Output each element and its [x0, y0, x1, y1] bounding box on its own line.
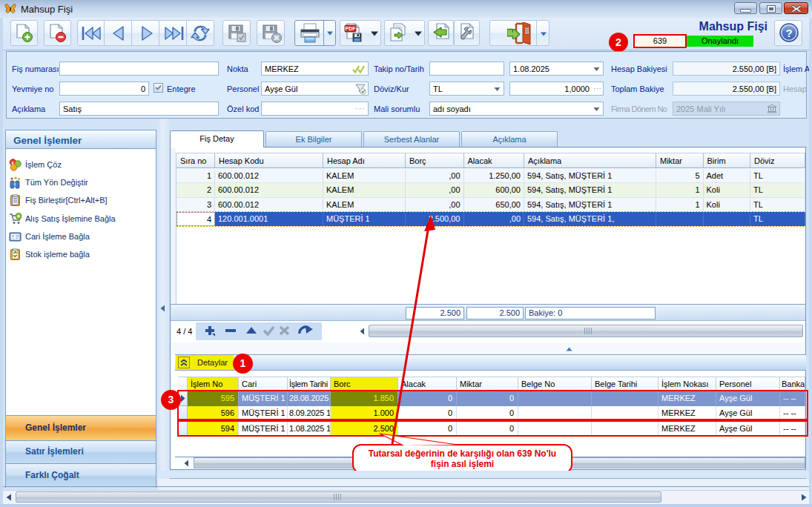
svg-text:PDF: PDF: [346, 26, 357, 31]
svg-text:?: ?: [785, 27, 792, 39]
